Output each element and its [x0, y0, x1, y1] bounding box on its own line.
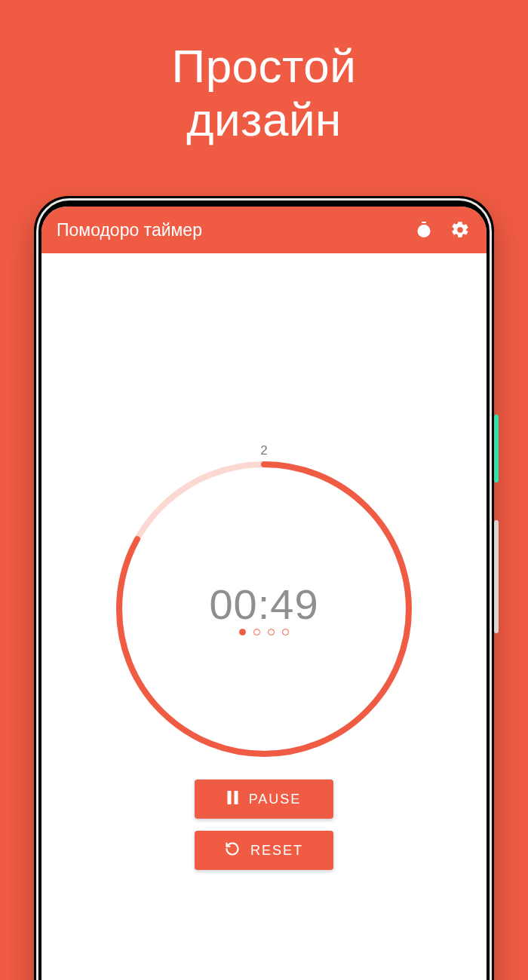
control-buttons: PAUSE RESET — [195, 779, 333, 870]
promo-line1: Простой — [172, 40, 357, 92]
promo-heading: Простой дизайн — [0, 0, 528, 147]
gear-icon[interactable] — [449, 219, 471, 241]
phone-power-button — [494, 415, 499, 482]
session-dot — [268, 629, 275, 635]
reset-label: RESET — [250, 843, 303, 859]
pause-label: PAUSE — [249, 792, 302, 807]
app-title: Помодоро таймер — [57, 220, 399, 240]
svg-rect-0 — [422, 222, 426, 223]
session-dot — [253, 629, 260, 635]
phone-volume-button — [494, 520, 499, 633]
progress-ring: 00:49 — [113, 458, 415, 760]
phone-screen: Помодоро таймер 2 00:49 — [41, 207, 487, 980]
session-dot — [282, 629, 289, 635]
timer-area: 2 00:49 PAUSE — [41, 253, 487, 980]
stopwatch-icon[interactable] — [413, 219, 435, 241]
session-dot — [239, 629, 246, 635]
pause-button[interactable]: PAUSE — [195, 779, 333, 819]
time-remaining: 00:49 — [209, 580, 318, 629]
reset-button[interactable]: RESET — [195, 831, 333, 870]
pause-icon — [227, 791, 238, 808]
session-dots — [239, 629, 289, 635]
reset-icon — [225, 841, 240, 860]
svg-rect-5 — [234, 791, 238, 804]
app-bar: Помодоро таймер — [41, 207, 487, 253]
promo-line2: дизайн — [186, 93, 342, 145]
session-number: 2 — [260, 443, 267, 458]
svg-point-1 — [418, 225, 431, 237]
phone-frame: Помодоро таймер 2 00:49 — [34, 196, 494, 980]
svg-rect-4 — [227, 791, 231, 804]
